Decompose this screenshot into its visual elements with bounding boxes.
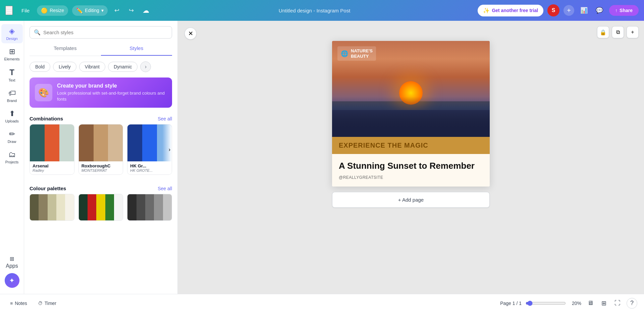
combo-arsenal-font2: Radley bbox=[33, 168, 71, 172]
tab-templates[interactable]: Templates bbox=[30, 41, 101, 56]
desktop-view-button[interactable]: 🖥 bbox=[585, 298, 595, 309]
notes-icon: ≡ bbox=[10, 301, 13, 306]
resize-button[interactable]: 🟡 Resize bbox=[37, 5, 68, 16]
design-image: 🌐 NATURE'SBEAUTY bbox=[332, 41, 490, 137]
sidebar-design-label: Design bbox=[6, 37, 17, 41]
brand-card-icon: 🎨 bbox=[35, 84, 52, 101]
add-frame-icon: + bbox=[631, 29, 634, 35]
scroll-indicator: › bbox=[162, 124, 172, 174]
sidebar-apps-label: Apps bbox=[6, 263, 18, 269]
palette-1[interactable] bbox=[30, 194, 74, 221]
uploads-icon: ⬆ bbox=[9, 109, 15, 118]
design-logo-text: NATURE'SBEAUTY bbox=[351, 48, 373, 59]
document-title: Untitled design - Instagram Post bbox=[155, 8, 474, 13]
sidebar-item-uploads[interactable]: ⬆ Uploads bbox=[1, 107, 23, 126]
brand-card-title: Create your brand style bbox=[57, 83, 167, 89]
combinations-see-all[interactable]: See all bbox=[158, 116, 172, 121]
combinations-row: Arsenal Radley RoxboroughC MONTSERRAT bbox=[24, 124, 177, 180]
sidebar-uploads-label: Uploads bbox=[5, 119, 18, 123]
palettes-title: Colour palettes bbox=[30, 186, 66, 191]
panel: 🔍 Templates Styles Bold Lively Vibrant D… bbox=[24, 21, 178, 294]
chip-dynamic[interactable]: Dynamic bbox=[108, 62, 138, 72]
combo-roxborough-font2: MONTSERRAT bbox=[82, 168, 120, 172]
canvas-toolbar: 🔒 ⧉ + bbox=[597, 26, 639, 38]
undo-button[interactable]: ↩ bbox=[112, 5, 122, 16]
notes-label: Notes bbox=[15, 301, 27, 306]
share-button[interactable]: ↑ Share bbox=[609, 5, 639, 16]
chips-more-button[interactable]: › bbox=[140, 61, 151, 72]
combo-hk[interactable]: HK Gr... HK GROTE... › bbox=[127, 124, 172, 175]
user-avatar[interactable]: S bbox=[547, 4, 559, 16]
sidebar-item-design[interactable]: ◈ Design bbox=[1, 24, 23, 43]
sidebar-item-draw[interactable]: ✏ Draw bbox=[1, 127, 23, 146]
search-icon: 🔍 bbox=[34, 29, 41, 36]
apps-icon: ⊞ bbox=[10, 256, 14, 262]
zoom-percentage: 20% bbox=[569, 301, 581, 306]
menu-icon[interactable]: ☰ bbox=[5, 6, 13, 15]
close-icon: ✕ bbox=[188, 30, 193, 37]
sidebar-item-text[interactable]: T Text bbox=[1, 65, 23, 85]
combinations-header: Combinations See all bbox=[24, 110, 177, 124]
search-input[interactable] bbox=[43, 30, 168, 35]
palettes-see-all[interactable]: See all bbox=[158, 186, 172, 191]
combinations-title: Combinations bbox=[30, 116, 63, 121]
add-button[interactable]: + bbox=[564, 5, 574, 16]
palette-row bbox=[24, 194, 177, 226]
sidebar-item-brand[interactable]: 🏷 Brand bbox=[1, 86, 23, 105]
analytics-button[interactable]: 📊 bbox=[578, 5, 590, 16]
chip-bold[interactable]: Bold bbox=[30, 62, 50, 72]
share-icon: ↑ bbox=[615, 8, 618, 13]
sidebar-item-elements[interactable]: ⊞ Elements bbox=[1, 45, 23, 64]
editing-button[interactable]: ✏️ Editing ▾ bbox=[72, 5, 108, 16]
topbar: ☰ File 🟡 Resize ✏️ Editing ▾ ↩ ↪ ☁ Untit… bbox=[0, 0, 644, 21]
design-banner: EXPERIENCE THE MAGIC bbox=[332, 137, 490, 154]
sidebar-item-projects[interactable]: 🗂 Projects bbox=[1, 148, 23, 167]
magic-button[interactable]: ✦ bbox=[5, 273, 19, 288]
sidebar-projects-label: Projects bbox=[5, 160, 19, 164]
fullscreen-button[interactable]: ⛶ bbox=[612, 298, 623, 309]
sunset-horizon bbox=[332, 97, 490, 137]
sidebar-draw-label: Draw bbox=[8, 140, 16, 144]
style-chips: Bold Lively Vibrant Dynamic › bbox=[24, 56, 177, 75]
main-layout: ◈ Design ⊞ Elements T Text 🏷 Brand ⬆ Upl… bbox=[0, 21, 644, 294]
canvas-scroll: 🌐 NATURE'SBEAUTY EXPERIENCE THE MAGIC A … bbox=[178, 21, 644, 294]
grid-view-button[interactable]: ⊞ bbox=[599, 298, 608, 309]
help-button[interactable]: ? bbox=[627, 298, 637, 309]
combo-roxborough-font1: RoxboroughC bbox=[82, 163, 120, 168]
add-frame-button[interactable]: + bbox=[627, 26, 639, 38]
notes-button[interactable]: ≡ Notes bbox=[7, 299, 31, 308]
duplicate-button[interactable]: ⧉ bbox=[612, 26, 624, 38]
brand-card-subtitle: Look professional with set-and-forget br… bbox=[57, 90, 167, 102]
design-content: A Stunning Sunset to Remember @REALLYGRE… bbox=[332, 154, 490, 187]
timer-icon: ⏱ bbox=[38, 301, 43, 306]
design-icon: ◈ bbox=[9, 27, 15, 36]
sidebar-item-apps[interactable]: ⊞ Apps bbox=[1, 253, 23, 272]
cloud-save-button[interactable]: ☁ bbox=[141, 4, 151, 16]
tab-styles[interactable]: Styles bbox=[101, 41, 172, 56]
page-indicator: Page 1 / 1 bbox=[500, 301, 522, 306]
design-card[interactable]: 🌐 NATURE'SBEAUTY EXPERIENCE THE MAGIC A … bbox=[332, 41, 490, 187]
palette-2[interactable] bbox=[78, 194, 123, 221]
globe-icon: 🌐 bbox=[341, 50, 348, 57]
comments-button[interactable]: 💬 bbox=[594, 5, 605, 16]
draw-icon: ✏ bbox=[9, 130, 15, 139]
chip-vibrant[interactable]: Vibrant bbox=[79, 62, 105, 72]
sidebar-elements-label: Elements bbox=[4, 57, 20, 61]
trial-button[interactable]: ✨ Get another free trial bbox=[478, 5, 543, 16]
zoom-control: 20% bbox=[526, 301, 581, 306]
brand-kit-icon: 🎨 bbox=[38, 88, 49, 98]
lock-button[interactable]: 🔒 bbox=[597, 26, 609, 38]
close-panel-button[interactable]: ✕ bbox=[184, 28, 197, 40]
timer-button[interactable]: ⏱ Timer bbox=[35, 299, 60, 308]
combo-arsenal-font1: Arsenal bbox=[33, 163, 71, 168]
add-page-button[interactable]: + Add page bbox=[332, 192, 490, 208]
palette-3[interactable] bbox=[127, 194, 172, 221]
zoom-slider[interactable] bbox=[526, 301, 566, 306]
file-button[interactable]: File bbox=[18, 6, 33, 15]
redo-button[interactable]: ↪ bbox=[126, 5, 137, 16]
brand-style-card[interactable]: 🎨 Create your brand style Look professio… bbox=[30, 77, 172, 108]
text-icon: T bbox=[9, 68, 14, 77]
chip-lively[interactable]: Lively bbox=[53, 62, 76, 72]
combo-arsenal[interactable]: Arsenal Radley bbox=[30, 124, 74, 175]
combo-roxborough[interactable]: RoxboroughC MONTSERRAT bbox=[78, 124, 123, 175]
